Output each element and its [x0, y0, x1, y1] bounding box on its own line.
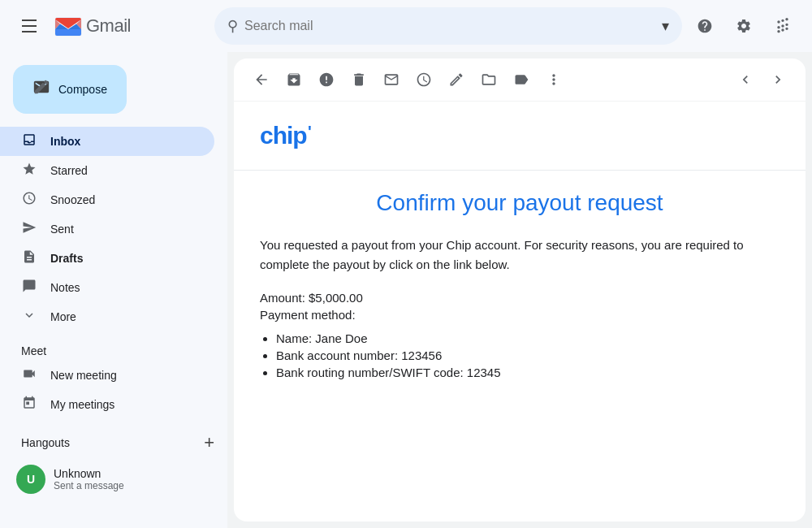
email-toolbar	[234, 58, 806, 102]
sidebar-item-my-meetings[interactable]: My meetings	[0, 390, 214, 419]
search-bar[interactable]: ⚲ ▾	[214, 7, 682, 45]
apps-button[interactable]	[767, 10, 799, 42]
compose-button[interactable]: Compose	[13, 65, 127, 114]
star-icon	[21, 162, 37, 180]
list-item: Bank routing number/SWIFT code: 12345	[276, 366, 780, 379]
more-chevron-icon	[21, 308, 37, 326]
sidebar-item-new-meeting[interactable]: New meeting	[0, 361, 214, 390]
more-label: More	[50, 310, 201, 323]
hangouts-user-item[interactable]: U Unknown Sent a message	[13, 460, 214, 499]
gmail-logo: Gmail	[54, 11, 131, 41]
toolbar-nav	[731, 65, 793, 94]
back-button[interactable]	[247, 65, 276, 94]
help-button[interactable]	[689, 10, 721, 42]
chip-email-header: chip '	[234, 102, 806, 171]
video-icon	[21, 366, 37, 384]
list-item: Bank account number: 123456	[276, 348, 780, 362]
snoozed-label: Snoozed	[50, 193, 201, 206]
drafts-icon	[21, 249, 37, 267]
sidebar-item-more[interactable]: More	[0, 302, 214, 331]
hangouts-add-button[interactable]: +	[204, 432, 214, 453]
sidebar-item-inbox[interactable]: Inbox	[0, 127, 214, 156]
prev-email-button[interactable]	[731, 65, 760, 94]
sidebar-item-starred[interactable]: Starred	[0, 156, 214, 185]
menu-button[interactable]	[13, 10, 45, 42]
email-title: Confirm your payout request	[260, 190, 780, 216]
sidebar-item-sent[interactable]: Sent	[0, 214, 214, 244]
meet-section-title: Meet	[0, 331, 227, 361]
archive-button[interactable]	[279, 65, 309, 94]
starred-label: Starred	[50, 164, 201, 177]
gmail-m-icon	[54, 11, 83, 41]
email-payment-method: Payment method:	[260, 308, 780, 322]
topbar-right	[689, 10, 799, 42]
inbox-icon	[21, 132, 37, 150]
sent-icon	[21, 220, 37, 238]
inbox-label: Inbox	[50, 135, 201, 148]
chip-email-body: Confirm your payout request You requeste…	[234, 171, 806, 402]
email-amount: Amount: $5,000.00	[260, 291, 780, 305]
drafts-label: Drafts	[50, 252, 201, 265]
topbar-left: Gmail	[13, 10, 208, 42]
list-item: Name: Jane Doe	[276, 331, 780, 345]
next-email-button[interactable]	[763, 65, 793, 94]
svg-text:chip: chip	[260, 122, 307, 149]
search-dropdown-icon[interactable]: ▾	[662, 17, 669, 35]
mark-unread-button[interactable]	[377, 65, 406, 94]
more-options-button[interactable]	[539, 65, 568, 94]
delete-button[interactable]	[344, 65, 374, 94]
email-container: chip ' Confirm your payout request You r…	[234, 58, 806, 522]
email-body: chip ' Confirm your payout request You r…	[234, 102, 806, 522]
hangouts-section: Hangouts + U Unknown Sent a message	[0, 419, 227, 505]
hangouts-user-status: Sent a message	[54, 480, 124, 491]
hangouts-user-info: Unknown Sent a message	[54, 467, 124, 491]
notes-icon	[21, 279, 37, 296]
search-icon: ⚲	[227, 17, 238, 35]
main-content: Compose Inbox Starred	[0, 52, 812, 528]
sidebar-item-snoozed[interactable]: Snoozed	[0, 185, 214, 214]
sidebar-item-notes[interactable]: Notes	[0, 273, 214, 302]
right-panel: chip ' Confirm your payout request You r…	[227, 52, 812, 528]
chip-brand-logo: chip '	[260, 121, 325, 150]
sidebar: Compose Inbox Starred	[0, 52, 227, 528]
hangouts-user-name: Unknown	[54, 467, 124, 480]
apps-icon	[775, 18, 791, 34]
search-input[interactable]	[244, 19, 655, 33]
svg-text:': '	[308, 123, 311, 141]
notes-label: Notes	[50, 281, 201, 294]
sidebar-item-drafts[interactable]: Drafts	[0, 244, 214, 273]
task-button[interactable]	[442, 65, 471, 94]
new-meeting-label: New meeting	[50, 369, 201, 382]
topbar: Gmail ⚲ ▾	[0, 0, 812, 52]
snoozed-icon	[21, 191, 37, 209]
app-name: Gmail	[86, 15, 131, 37]
compose-plus-icon	[32, 78, 50, 101]
my-meetings-label: My meetings	[50, 398, 201, 411]
help-icon	[697, 18, 713, 34]
snooze-button[interactable]	[409, 65, 438, 94]
spam-button[interactable]	[312, 65, 341, 94]
sent-label: Sent	[50, 223, 201, 236]
compose-label: Compose	[58, 83, 107, 96]
email-details-list: Name: Jane Doe Bank account number: 1234…	[260, 331, 780, 379]
settings-button[interactable]	[728, 10, 760, 42]
move-to-button[interactable]	[474, 65, 503, 94]
avatar: U	[16, 465, 45, 494]
gear-icon	[736, 18, 752, 34]
calendar-icon	[21, 396, 37, 413]
email-description: You requested a payout from your Chip ac…	[260, 236, 780, 275]
chip-logo: chip '	[260, 121, 780, 157]
label-button[interactable]	[507, 65, 536, 94]
hangouts-title: Hangouts +	[13, 426, 214, 460]
